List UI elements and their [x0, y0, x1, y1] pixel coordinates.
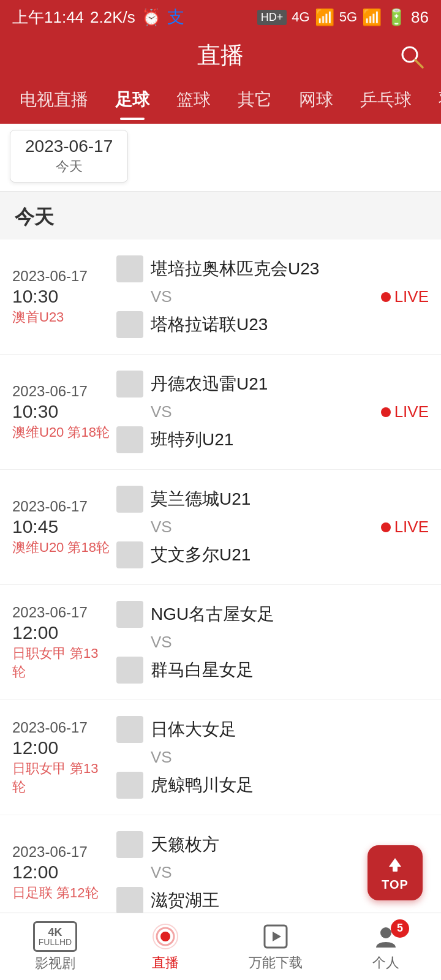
team-name-1b: 塔格拉诺联U23	[151, 313, 268, 336]
team-logo-3b	[116, 541, 143, 568]
match-row[interactable]: 2023-06-17 10:30 澳首U23 堪培拉奥林匹克会U23 VS 塔格…	[0, 239, 441, 355]
bottom-nav-profile[interactable]: 5 个人	[331, 922, 441, 972]
team-name-5a: 日体大女足	[151, 718, 236, 741]
match-row[interactable]: 2023-06-17 10:30 澳维U20 第18轮 丹德农迅雷U21 VS …	[0, 355, 441, 470]
bottom-nav-live[interactable]: 直播	[110, 922, 221, 972]
team-name-3a: 莫兰德城U21	[151, 488, 251, 511]
network-4g: 4G	[292, 9, 309, 25]
alipay-icon: 支	[167, 6, 184, 29]
match-status-2: LIVE	[368, 402, 429, 421]
bottom-nav-download[interactable]: 万能下载	[221, 922, 331, 972]
signal-5g-icon: 📶	[362, 8, 382, 27]
team-name-2b: 班特列U21	[151, 428, 233, 451]
match-date-2: 2023-06-17	[12, 383, 110, 400]
tab-basketball[interactable]: 篮球	[163, 78, 224, 124]
live-label-2: LIVE	[394, 402, 429, 421]
tab-tennis[interactable]: 网球	[285, 78, 347, 124]
profile-badge: 5	[391, 919, 409, 938]
download-icon	[261, 922, 290, 951]
live-badge-3: LIVE	[381, 518, 429, 537]
team-logo-4b	[116, 657, 143, 684]
battery-level: 86	[411, 8, 429, 27]
status-speed: 2.2K/s	[90, 8, 135, 27]
svg-marker-7	[273, 932, 281, 941]
date-value: 2023-06-17	[25, 137, 113, 156]
live-label-1: LIVE	[394, 287, 429, 306]
section-header: 今天	[0, 192, 441, 239]
match-status-1: LIVE	[368, 287, 429, 306]
section-title: 今天	[15, 206, 54, 228]
date-chip[interactable]: 2023-06-17 今天	[10, 130, 128, 183]
match-time-1: 10:30	[12, 286, 110, 307]
bottom-label-download: 万能下载	[249, 954, 303, 972]
match-date-5: 2023-06-17	[12, 719, 110, 736]
team-name-2a: 丹德农迅雷U21	[151, 372, 268, 396]
team-logo-6a	[116, 831, 143, 858]
match-time-5: 12:00	[12, 737, 110, 758]
svg-point-8	[380, 927, 391, 938]
match-meta-5: 2023-06-17 12:00 日职女甲 第13轮	[12, 719, 110, 796]
vs-label-4: VS	[116, 631, 361, 653]
match-meta-1: 2023-06-17 10:30 澳首U23	[12, 268, 110, 326]
page-title: 直播	[197, 40, 244, 71]
top-button[interactable]: TOP	[368, 845, 423, 900]
search-button[interactable]	[397, 42, 426, 71]
team-logo-2a	[116, 371, 143, 398]
top-label: TOP	[382, 878, 409, 892]
team-name-5b: 虎鲸鸭川女足	[151, 774, 254, 797]
vs-label-6: VS	[116, 862, 361, 883]
tab-tabletennis[interactable]: 乒乓球	[347, 78, 425, 124]
alarm-icon: ⏰	[141, 8, 161, 27]
status-left: 上午11:44 2.2K/s ⏰ 支	[12, 6, 184, 29]
match-league-6: 日足联 第12轮	[12, 884, 110, 902]
match-league-2: 澳维U20 第18轮	[12, 423, 110, 442]
bottom-nav-tv-shows[interactable]: 4K FULLHD 影视剧	[0, 921, 110, 973]
team-logo-3a	[116, 486, 143, 513]
vs-label-2: VS	[116, 401, 361, 423]
match-teams-4: NGU名古屋女足 VS 群马白星女足	[110, 597, 368, 687]
match-teams-3: 莫兰德城U21 VS 艾文多尔U21	[110, 482, 368, 572]
tab-badminton[interactable]: 羽毛球	[425, 78, 441, 124]
team-logo-2b	[116, 426, 143, 453]
vs-label-3: VS	[116, 516, 361, 538]
match-row[interactable]: 2023-06-17 12:00 日职女甲 第13轮 NGU名古屋女足 VS 群…	[0, 585, 441, 700]
svg-rect-2	[393, 867, 398, 872]
live-badge-1: LIVE	[381, 287, 429, 306]
match-date-1: 2023-06-17	[12, 268, 110, 285]
hd-badge: HD+	[257, 10, 287, 25]
team-logo-1b	[116, 311, 143, 338]
match-meta-6: 2023-06-17 12:00 日足联 第12轮	[12, 843, 110, 902]
match-row[interactable]: 2023-06-17 10:45 澳维U20 第18轮 莫兰德城U21 VS 艾…	[0, 470, 441, 585]
signal-4g-icon: 📶	[315, 8, 334, 27]
live-badge-2: LIVE	[381, 402, 429, 421]
team-name-3b: 艾文多尔U21	[151, 543, 251, 567]
match-status-3: LIVE	[368, 518, 429, 537]
match-teams-1: 堪培拉奥林匹克会U23 VS 塔格拉诺联U23	[110, 252, 368, 342]
match-teams-2: 丹德农迅雷U21 VS 班特列U21	[110, 367, 368, 457]
battery-icon: 🔋	[386, 8, 406, 27]
match-league-1: 澳首U23	[12, 308, 110, 326]
tab-other[interactable]: 其它	[224, 78, 285, 124]
tab-tv[interactable]: 电视直播	[6, 78, 102, 124]
match-time-3: 10:45	[12, 516, 110, 537]
svg-point-3	[160, 932, 170, 941]
tab-football[interactable]: 足球	[102, 78, 163, 124]
match-time-6: 12:00	[12, 862, 110, 883]
team-logo-5b	[116, 772, 143, 799]
live-icon	[151, 922, 180, 951]
bottom-label-live: 直播	[152, 954, 179, 972]
match-teams-5: 日体大女足 VS 虎鲸鸭川女足	[110, 712, 368, 802]
team-name-4a: NGU名古屋女足	[151, 603, 274, 626]
team-name-1a: 堪培拉奥林匹克会U23	[151, 257, 319, 281]
match-row[interactable]: 2023-06-17 12:00 日职女甲 第13轮 日体大女足 VS 虎鲸鸭川…	[0, 700, 441, 815]
live-dot-3	[381, 522, 391, 532]
bottom-label-profile: 个人	[372, 954, 399, 972]
search-icon	[399, 43, 424, 69]
live-label-3: LIVE	[394, 518, 429, 537]
match-date-4: 2023-06-17	[12, 604, 110, 621]
team-logo-1a	[116, 255, 143, 282]
4k-icon: 4K FULLHD	[33, 921, 77, 952]
match-time-2: 10:30	[12, 401, 110, 422]
top-arrow-icon	[384, 854, 406, 876]
team-name-6b: 滋贺湖王	[151, 889, 219, 912]
